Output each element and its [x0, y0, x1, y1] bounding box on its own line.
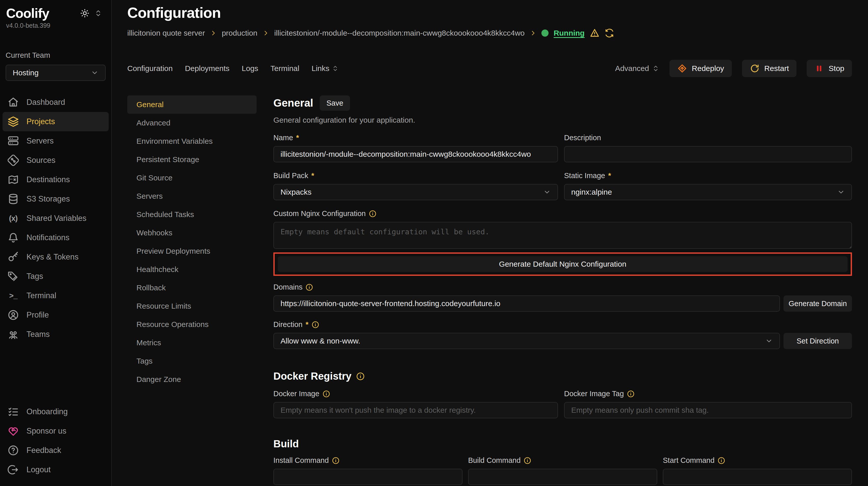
static-image-label: Static Image: [564, 171, 605, 180]
sidebar-item-tags[interactable]: Tags: [3, 267, 109, 286]
status-dot: [541, 30, 549, 37]
custom-nginx-textarea[interactable]: [273, 222, 852, 249]
start-command-input[interactable]: [663, 469, 852, 485]
sidebar-item-servers[interactable]: Servers: [3, 131, 109, 151]
tab-deployments[interactable]: Deployments: [185, 64, 229, 73]
settings-nav-danger-zone[interactable]: Danger Zone: [127, 370, 256, 389]
sidebar-nav: Dashboard Projects Servers Sources Desti…: [0, 93, 111, 344]
team-select[interactable]: Hosting: [6, 65, 106, 81]
sidebar-item-label: Feedback: [27, 446, 61, 455]
info-icon[interactable]: [306, 284, 313, 291]
generate-default-nginx-button[interactable]: Generate Default Nginx Configuration: [278, 256, 848, 272]
info-icon[interactable]: [312, 321, 319, 328]
tab-terminal[interactable]: Terminal: [271, 64, 299, 73]
sidebar-item-s3-storages[interactable]: S3 Storages: [3, 189, 109, 209]
info-icon[interactable]: [332, 457, 340, 464]
stop-button[interactable]: Stop: [807, 60, 852, 77]
settings-nav-preview-deployments[interactable]: Preview Deployments: [127, 242, 256, 260]
static-image-value: nginx:alpine: [571, 188, 612, 196]
sidebar-item-teams[interactable]: Teams: [3, 325, 109, 344]
breadcrumb-environment[interactable]: production: [222, 29, 257, 37]
tab-logs[interactable]: Logs: [242, 64, 258, 73]
save-button[interactable]: Save: [320, 95, 350, 111]
settings-nav-metrics[interactable]: Metrics: [127, 333, 256, 352]
info-icon[interactable]: [524, 457, 531, 464]
settings-nav-persistent-storage[interactable]: Persistent Storage: [127, 150, 256, 169]
settings-nav-tags[interactable]: Tags: [127, 352, 256, 370]
install-command-label: Install Command: [273, 456, 329, 465]
settings-nav-scheduled-tasks[interactable]: Scheduled Tasks: [127, 205, 256, 224]
status-running-link[interactable]: Running: [554, 29, 585, 37]
sidebar-item-notifications[interactable]: Notifications: [3, 228, 109, 247]
name-input[interactable]: [273, 146, 558, 162]
general-form: General Save General configuration for y…: [273, 95, 852, 486]
breadcrumb-application[interactable]: illicitestonion/-module--decomposition:m…: [274, 29, 525, 37]
generate-domain-button[interactable]: Generate Domain: [783, 295, 852, 312]
section-title: General: [273, 97, 313, 109]
info-icon[interactable]: [369, 210, 376, 218]
sidebar-item-profile[interactable]: Profile: [3, 305, 109, 325]
settings-nav-general[interactable]: General: [127, 95, 256, 114]
settings-nav-environment-variables[interactable]: Environment Variables: [127, 132, 256, 150]
docker-image-input[interactable]: [273, 402, 558, 418]
set-direction-button[interactable]: Set Direction: [783, 333, 852, 349]
tabs-row: Configuration Deployments Logs Terminal …: [127, 60, 852, 77]
info-icon[interactable]: [718, 457, 725, 464]
info-icon[interactable]: [322, 390, 330, 398]
build-command-input[interactable]: [468, 469, 657, 485]
sidebar-item-shared-variables[interactable]: (x) Shared Variables: [3, 209, 109, 228]
sidebar-item-terminal[interactable]: >_ Terminal: [3, 286, 109, 305]
settings-nav-healthcheck[interactable]: Healthcheck: [127, 260, 256, 279]
warning-triangle-icon[interactable]: [590, 28, 599, 38]
docker-image-tag-input[interactable]: [564, 402, 852, 418]
settings-nav-resource-limits[interactable]: Resource Limits: [127, 297, 256, 315]
install-command-input[interactable]: [273, 469, 463, 485]
build-pack-select[interactable]: Nixpacks: [273, 184, 558, 200]
direction-select[interactable]: Allow www & non-www.: [273, 333, 780, 349]
sidebar-item-destinations[interactable]: Destinations: [3, 170, 109, 189]
settings-nav-git-source[interactable]: Git Source: [127, 169, 256, 187]
theme-sun-icon[interactable]: [80, 9, 89, 19]
page-title: Configuration: [127, 4, 852, 21]
description-input[interactable]: [564, 146, 852, 162]
sidebar-item-onboarding[interactable]: Onboarding: [3, 402, 109, 421]
git-source-icon: [8, 155, 19, 166]
advanced-dropdown[interactable]: Advanced: [615, 64, 659, 73]
sidebar-item-keys-tokens[interactable]: Keys & Tokens: [3, 247, 109, 267]
tab-configuration[interactable]: Configuration: [127, 64, 173, 73]
sidebar-item-sources[interactable]: Sources: [3, 151, 109, 170]
help-circle-icon: [8, 445, 19, 456]
settings-nav-resource-operations[interactable]: Resource Operations: [127, 315, 256, 333]
sidebar-item-sponsor-us[interactable]: Sponsor us: [3, 421, 109, 441]
breadcrumb-project[interactable]: illicitonion quote server: [127, 29, 205, 37]
settings-nav-advanced[interactable]: Advanced: [127, 114, 256, 132]
variable-icon: (x): [8, 214, 19, 223]
sidebar-item-feedback[interactable]: Feedback: [3, 441, 109, 460]
sidebar-item-label: Keys & Tokens: [27, 252, 79, 262]
sidebar-item-dashboard[interactable]: Dashboard: [3, 93, 109, 112]
settings-nav-rollback[interactable]: Rollback: [127, 279, 256, 297]
sidebar-item-label: Sponsor us: [27, 426, 66, 435]
settings-nav-servers[interactable]: Servers: [127, 187, 256, 205]
database-icon: [8, 193, 19, 204]
theme-chevrons-icon[interactable]: [94, 9, 102, 18]
static-image-select[interactable]: nginx:alpine: [564, 184, 852, 200]
domains-input[interactable]: [273, 295, 780, 312]
tab-links[interactable]: Links: [312, 64, 339, 73]
redeploy-button[interactable]: Redeploy: [670, 60, 732, 77]
sidebar-item-logout[interactable]: Logout: [3, 460, 109, 479]
sidebar-item-projects[interactable]: Projects: [3, 112, 109, 131]
restart-button[interactable]: Restart: [742, 60, 797, 77]
click-annotation-box: Generate Default Nginx Configuration: [273, 252, 852, 276]
settings-nav-webhooks[interactable]: Webhooks: [127, 224, 256, 242]
info-icon[interactable]: [356, 372, 365, 381]
refresh-icon[interactable]: [604, 28, 614, 38]
sidebar-item-label: Teams: [27, 330, 50, 339]
sidebar-item-label: Servers: [27, 136, 54, 145]
sidebar-item-label: Dashboard: [27, 98, 65, 107]
checklist-icon: [8, 406, 19, 417]
chevron-right-icon: [530, 30, 536, 36]
chevron-down-icon: [765, 337, 773, 345]
sidebar-item-label: Profile: [27, 311, 49, 320]
info-icon[interactable]: [627, 390, 634, 398]
